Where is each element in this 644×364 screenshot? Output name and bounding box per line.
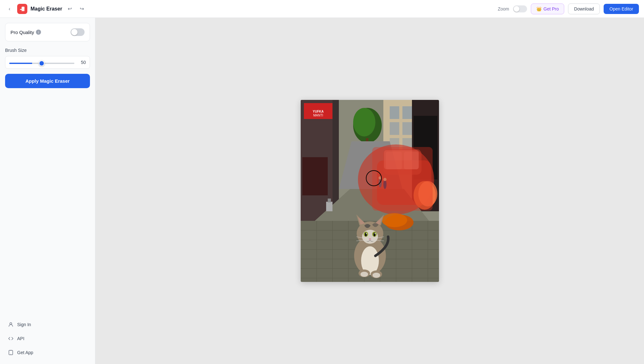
sidebar: Pro Quality i Brush Size 50 Apply Magic … (0, 18, 95, 364)
download-button[interactable]: Download (568, 4, 600, 14)
brush-size-slider-container (9, 60, 74, 65)
svg-rect-2 (20, 10, 22, 11)
pro-quality-label-row: Pro Quality i (10, 30, 41, 35)
crown-icon: 👑 (536, 6, 542, 11)
get-app-label: Get App (17, 350, 33, 355)
zoom-toggle[interactable] (513, 5, 527, 12)
undo-button[interactable]: ↩ (65, 4, 74, 13)
svg-point-79 (373, 273, 380, 278)
svg-rect-6 (10, 350, 12, 351)
back-button[interactable]: ‹ (5, 4, 14, 13)
svg-rect-10 (402, 106, 412, 119)
svg-rect-21 (302, 157, 328, 195)
svg-point-60 (362, 230, 378, 244)
main-layout: Pro Quality i Brush Size 50 Apply Magic … (0, 18, 644, 364)
svg-point-5 (10, 354, 11, 354)
person-icon (8, 321, 14, 328)
svg-point-78 (360, 272, 368, 277)
info-icon[interactable]: i (36, 30, 41, 35)
pro-quality-card: Pro Quality i (5, 23, 90, 41)
brush-size-row: 50 (5, 56, 90, 69)
open-editor-button[interactable]: Open Editor (604, 4, 639, 14)
svg-point-28 (353, 108, 375, 136)
svg-rect-84 (326, 202, 332, 211)
sidebar-footer: Sign In API (5, 318, 90, 359)
zoom-label: Zoom (498, 6, 509, 11)
brush-size-label: Brush Size (5, 48, 90, 53)
app-header: ‹ Magic Eraser ↩ ↪ Zoom 👑 Get Pro Downlo… (0, 0, 644, 18)
image-container: YUFKA MANTI (301, 100, 439, 282)
svg-rect-86 (372, 147, 433, 211)
api-label: API (17, 336, 24, 341)
sidebar-item-get-app[interactable]: Get App (5, 346, 90, 359)
phone-icon (8, 349, 14, 356)
brush-size-slider[interactable] (9, 63, 74, 64)
canvas-area[interactable]: YUFKA MANTI (95, 18, 644, 364)
svg-text:YUFKA: YUFKA (312, 110, 323, 113)
svg-text:MANTI: MANTI (313, 114, 323, 117)
svg-rect-85 (328, 199, 331, 202)
pro-quality-toggle[interactable] (71, 28, 85, 36)
pro-quality-label: Pro Quality (10, 30, 34, 35)
app-logo (17, 4, 27, 14)
code-icon (8, 335, 14, 342)
svg-point-54 (382, 213, 407, 227)
brush-size-value: 50 (78, 60, 86, 65)
brush-size-section: Brush Size 50 (5, 48, 90, 69)
apply-magic-eraser-button[interactable]: Apply Magic Eraser (5, 74, 90, 88)
svg-rect-1 (22, 7, 24, 9)
header-right: Zoom 👑 Get Pro Download Open Editor (498, 4, 639, 14)
svg-rect-9 (390, 106, 399, 119)
sidebar-spacer (5, 93, 90, 318)
svg-point-70 (374, 233, 376, 234)
redo-button[interactable]: ↪ (78, 4, 86, 13)
svg-point-69 (366, 233, 367, 234)
street-image: YUFKA MANTI (301, 100, 439, 282)
sidebar-item-api[interactable]: API (5, 332, 90, 345)
header-left: ‹ Magic Eraser ↩ ↪ (5, 4, 494, 14)
svg-point-3 (10, 323, 12, 325)
get-pro-button[interactable]: 👑 Get Pro (531, 4, 564, 14)
svg-rect-13 (402, 122, 412, 135)
sidebar-item-sign-in[interactable]: Sign In (5, 318, 90, 331)
svg-rect-12 (390, 122, 399, 135)
sign-in-label: Sign In (17, 322, 31, 327)
app-title: Magic Eraser (31, 6, 62, 12)
